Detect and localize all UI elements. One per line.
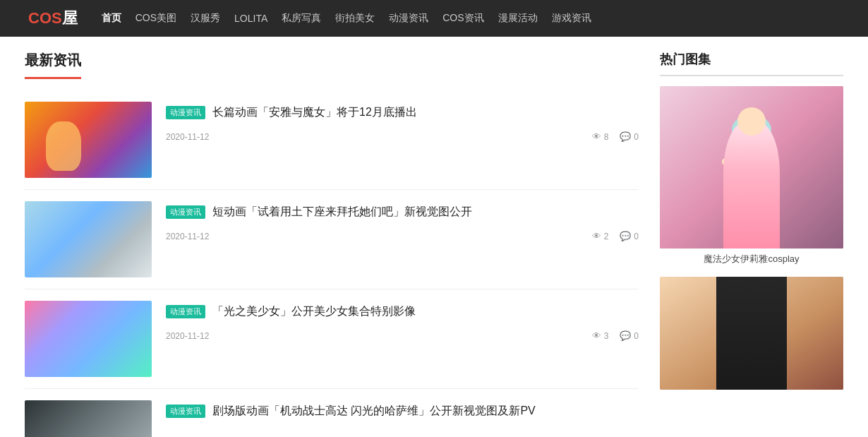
news-header: 动漫资讯 长篇动画「安雅与魔女」将于12月底播出 — [166, 104, 639, 120]
news-title[interactable]: 长篇动画「安雅与魔女」将于12月底播出 — [212, 104, 417, 120]
news-header: 动漫资讯 短动画「试着用土下座来拜托她们吧」新视觉图公开 — [166, 204, 639, 220]
nav-expo[interactable]: 漫展活动 — [498, 12, 538, 25]
header: COS屋 首页 COS美图 汉服秀 LOLITA 私房写真 街拍美女 动漫资讯 … — [0, 0, 868, 37]
nav-hanfu[interactable]: 汉服秀 — [191, 12, 220, 25]
nav-cos-info[interactable]: COS资讯 — [442, 12, 483, 25]
comment-count: 💬 0 — [620, 131, 639, 142]
comment-icon: 💬 — [620, 330, 631, 341]
svg-rect-0 — [660, 86, 843, 249]
news-content: 动漫资讯 剧场版动画「机动战士高达 闪光的哈萨维」公开新视觉图及新PV — [166, 400, 639, 419]
cosplay-svg — [660, 86, 843, 249]
svg-rect-15 — [726, 305, 740, 347]
hot-gallery-image — [660, 86, 843, 249]
news-thumbnail[interactable] — [25, 201, 152, 277]
news-content: 动漫资讯 长篇动画「安雅与魔女」将于12月底播出 2020-11-12 👁 8 — [166, 102, 639, 142]
nav-lolita[interactable]: LOLITA — [234, 13, 267, 24]
svg-point-13 — [730, 295, 773, 343]
comment-number: 0 — [634, 331, 639, 341]
news-content: 动漫资讯 短动画「试着用土下座来拜托她们吧」新视觉图公开 2020-11-12 … — [166, 201, 639, 241]
hot-gallery-title: 热门图集 — [660, 51, 843, 76]
news-tag: 动漫资讯 — [166, 405, 205, 418]
view-count: 👁 2 — [592, 231, 609, 241]
news-tag: 动漫资讯 — [166, 305, 205, 318]
view-count: 👁 3 — [592, 330, 609, 341]
view-number: 3 — [604, 331, 609, 341]
cosplay-svg-2 — [660, 277, 843, 390]
nav-home[interactable]: 首页 — [102, 12, 121, 25]
nav-street[interactable]: 街拍美女 — [335, 12, 375, 25]
news-meta: 2020-11-12 👁 8 💬 0 — [166, 126, 639, 142]
view-count: 👁 8 — [592, 131, 609, 142]
news-title[interactable]: 短动画「试着用土下座来拜托她们吧」新视觉图公开 — [212, 204, 472, 220]
comment-count: 💬 0 — [620, 330, 639, 341]
cosplay-image-2 — [660, 277, 843, 390]
svg-point-18 — [757, 316, 764, 323]
svg-point-1 — [736, 124, 767, 161]
logo[interactable]: COS屋 — [28, 8, 78, 29]
nav-anime[interactable]: 动漫资讯 — [389, 12, 428, 25]
svg-rect-16 — [763, 305, 777, 347]
svg-rect-8 — [739, 219, 749, 244]
news-date: 2020-11-12 — [166, 331, 209, 341]
news-stats: 👁 3 💬 0 — [592, 330, 639, 341]
cosplay-image-1 — [660, 86, 843, 249]
news-item: 动漫资讯 「光之美少女」公开美少女集合特别影像 2020-11-12 👁 3 — [25, 289, 639, 389]
svg-rect-19 — [745, 340, 759, 354]
nav-game[interactable]: 游戏资讯 — [552, 12, 591, 25]
page-wrapper: COS屋 首页 COS美图 汉服秀 LOLITA 私房写真 街拍美女 动漫资讯 … — [0, 0, 868, 437]
comment-icon: 💬 — [620, 131, 631, 142]
latest-news-title: 最新资讯 — [25, 51, 81, 79]
logo-house: 屋 — [62, 9, 78, 27]
news-item: 动漫资讯 短动画「试着用土下座来拜托她们吧」新视觉图公开 2020-11-12 … — [25, 190, 639, 289]
news-tag: 动漫资讯 — [166, 106, 205, 119]
main-nav: 首页 COS美图 汉服秀 LOLITA 私房写真 街拍美女 动漫资讯 COS资讯… — [102, 12, 591, 25]
news-stats: 👁 2 💬 0 — [592, 231, 639, 241]
news-item: 动漫资讯 长篇动画「安雅与魔女」将于12月底播出 2020-11-12 👁 8 — [25, 90, 639, 190]
news-date: 2020-11-12 — [166, 132, 209, 142]
svg-rect-12 — [660, 277, 843, 390]
comment-number: 0 — [634, 132, 639, 142]
eye-icon: 👁 — [592, 330, 601, 341]
news-item: 动漫资讯 剧场版动画「机动战士高达 闪光的哈萨维」公开新视觉图及新PV — [25, 389, 639, 437]
svg-rect-20 — [730, 353, 773, 390]
news-tag: 动漫资讯 — [166, 205, 205, 219]
news-list: 动漫资讯 长篇动画「安雅与魔女」将于12月底播出 2020-11-12 👁 8 — [25, 90, 639, 437]
svg-rect-5 — [761, 130, 771, 165]
news-thumbnail[interactable] — [25, 301, 152, 377]
logo-cos: COS — [28, 9, 62, 27]
news-header: 动漫资讯 剧场版动画「机动战士高达 闪光的哈萨维」公开新视觉图及新PV — [166, 403, 639, 419]
hot-gallery-item-2[interactable] — [660, 277, 843, 390]
left-content: 最新资讯 动漫资讯 长篇动画「安雅与魔女」将于12月底播出 2020-11-12 — [25, 51, 639, 437]
news-meta: 2020-11-12 👁 3 💬 0 — [166, 325, 639, 341]
svg-point-11 — [754, 138, 760, 145]
view-number: 2 — [604, 232, 609, 241]
news-date: 2020-11-12 — [166, 232, 209, 241]
news-thumbnail[interactable] — [25, 400, 152, 437]
news-meta: 2020-11-12 👁 2 💬 0 — [166, 225, 639, 241]
main-container: 最新资讯 动漫资讯 长篇动画「安雅与魔女」将于12月底播出 2020-11-12 — [11, 37, 857, 437]
news-stats: 👁 8 💬 0 — [592, 131, 639, 142]
news-content: 动漫资讯 「光之美少女」公开美少女集合特别影像 2020-11-12 👁 3 — [166, 301, 639, 341]
nav-cos-photos[interactable]: COS美图 — [135, 12, 176, 25]
svg-rect-9 — [754, 219, 764, 244]
comment-number: 0 — [634, 232, 639, 241]
svg-point-14 — [726, 288, 777, 322]
svg-point-17 — [740, 316, 747, 323]
eye-icon: 👁 — [592, 231, 601, 241]
hot-gallery-item[interactable]: 魔法少女伊莉雅cosplay — [660, 86, 843, 265]
hot-gallery-image-2 — [660, 277, 843, 390]
svg-point-3 — [732, 114, 771, 145]
news-thumbnail[interactable] — [25, 102, 152, 178]
hot-gallery-caption: 魔法少女伊莉雅cosplay — [660, 253, 843, 265]
nav-private[interactable]: 私房写真 — [282, 12, 321, 25]
svg-point-10 — [743, 138, 749, 145]
comment-icon: 💬 — [620, 231, 631, 241]
news-header: 动漫资讯 「光之美少女」公开美少女集合特别影像 — [166, 304, 639, 319]
view-number: 8 — [604, 132, 609, 142]
news-title[interactable]: 「光之美少女」公开美少女集合特别影像 — [212, 304, 416, 319]
eye-icon: 👁 — [592, 131, 601, 142]
right-sidebar: 热门图集 — [660, 51, 843, 437]
svg-rect-6 — [722, 158, 737, 165]
news-title[interactable]: 剧场版动画「机动战士高达 闪光的哈萨维」公开新视觉图及新PV — [212, 403, 536, 419]
comment-count: 💬 0 — [620, 231, 639, 241]
